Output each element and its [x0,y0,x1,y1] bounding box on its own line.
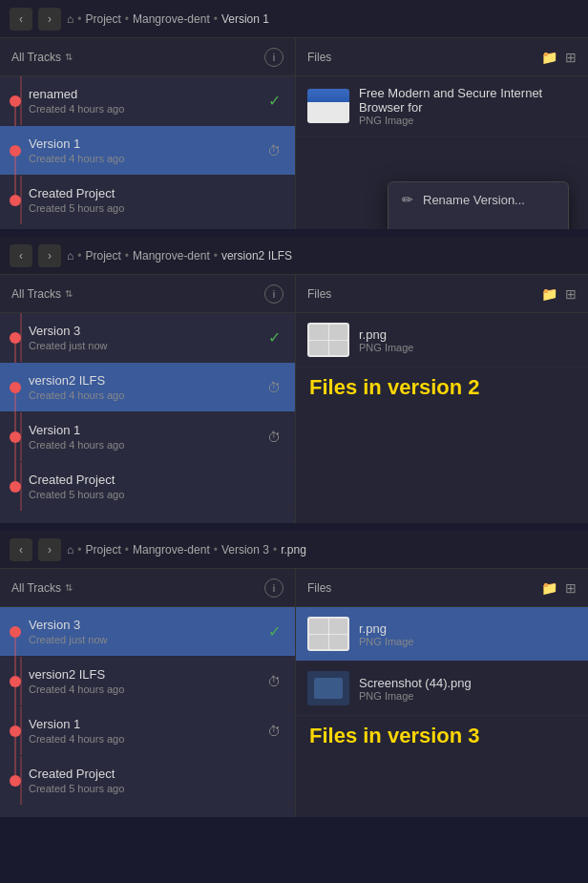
grid-icon-3[interactable]: ⊞ [565,580,577,596]
breadcrumb-current-2[interactable]: version2 ILFS [221,249,292,263]
ctx-revert[interactable]: ↩ Revert To Version... [388,217,568,229]
file-type-rpng-p2: PNG Image [359,342,413,353]
track-item-v1-p2[interactable]: Version 1 Created 4 hours ago ⏱ [0,412,295,462]
track-info-p2-3: Created Project Created 5 hours ago [29,473,285,500]
revert-icon: ↩ [402,226,413,229]
folder-icon-2[interactable]: 📁 [541,286,557,302]
home-icon-1[interactable]: ⌂ [67,12,74,26]
info-btn-2[interactable]: i [264,284,284,304]
track-item-v2ilfs-p2[interactable]: version2 ILFS Created 4 hours ago ⏱ [0,363,295,412]
overlay-label-2: Files in version 2 [296,368,588,404]
track-dot-p2-2 [10,431,21,443]
track-item-renamed[interactable]: renamed Created 4 hours ago ✓ [0,76,295,126]
track-info-1: Version 1 Created 4 hours ago [29,137,262,164]
track-date-p3-1: Created 4 hours ago [29,683,262,695]
grid-icon-2[interactable]: ⊞ [565,286,577,302]
track-date-p2-1: Created 4 hours ago [29,389,262,401]
track-info-p2-0: Version 3 Created just now [29,324,262,351]
track-dot-p2-1 [10,382,21,393]
track-history-p2-1: ⏱ [262,376,285,399]
context-menu-1: ✏ Rename Version... ↩ Revert To Version.… [388,181,569,229]
left-panel-2: All Tracks ⇅ i Version 3 Created just no… [0,275,296,523]
sep-1b: • [125,12,129,26]
tracks-label-3: All Tracks [11,581,61,595]
file-item-screenshot-p3[interactable]: Screenshot (44).png PNG Image [296,662,588,716]
track-item-v3-p2[interactable]: Version 3 Created just now ✓ [0,313,295,363]
breadcrumb-project-1[interactable]: Project [85,12,120,26]
track-item-created-project[interactable]: Created Project Created 5 hours ago [0,176,295,225]
forward-button-1[interactable]: › [38,8,61,31]
track-check-p3-0: ✓ [262,620,285,643]
track-date-p3-3: Created 5 hours ago [29,783,285,794]
folder-icon-1[interactable]: 📁 [541,50,557,65]
breadcrumb-project-3[interactable]: Project [85,543,120,557]
track-name-2: Created Project [29,186,285,200]
file-type-rpng-p3: PNG Image [359,636,413,647]
back-button-3[interactable]: ‹ [10,538,32,561]
right-panel-1: Files 📁 ⊞ Free Modern and Secure Interne… [296,38,588,229]
track-dot-1 [10,145,21,157]
track-list-1: renamed Created 4 hours ago ✓ Version 1 … [0,76,295,225]
track-history-p2-2: ⏱ [262,426,285,449]
right-header-2: Files 📁 ⊞ [296,275,588,313]
home-icon-3[interactable]: ⌂ [67,543,74,557]
files-label-2: Files [307,287,331,301]
track-item-created-p3[interactable]: Created Project Created 5 hours ago [0,756,295,806]
tracks-label-2: All Tracks [11,287,61,301]
breadcrumb-bar-2: ‹ › ⌂ • Project • Mangrove-dent • versio… [0,237,588,275]
file-type-screenshot-p3: PNG Image [359,690,472,702]
file-item-rpng-p2[interactable]: r.png PNG Image [296,313,588,368]
track-item-created-p2[interactable]: Created Project Created 5 hours ago [0,462,295,512]
ctx-rename[interactable]: ✏ Rename Version... [388,182,568,217]
sort-icon-3[interactable]: ⇅ [65,582,73,593]
breadcrumb-mangrove-2[interactable]: Mangrove-dent [133,249,210,263]
track-info-2: Created Project Created 5 hours ago [29,186,285,214]
track-item-v3-p3[interactable]: Version 3 Created just now ✓ [0,607,295,657]
sep-1a: • [77,12,81,26]
folder-icon-3[interactable]: 📁 [541,580,557,596]
tracks-title-1: All Tracks ⇅ [11,51,73,64]
back-button-1[interactable]: ‹ [10,8,32,31]
track-date-2: Created 5 hours ago [29,202,285,214]
breadcrumb-current-1[interactable]: Version 1 [221,12,269,26]
file-type-browser: PNG Image [359,115,577,126]
grid-icon-1[interactable]: ⊞ [565,50,577,65]
back-button-2[interactable]: ‹ [10,244,32,267]
breadcrumb-current-3[interactable]: r.png [281,543,306,557]
file-info-rpng-p3: r.png PNG Image [359,621,413,647]
track-name-p3-0: Version 3 [29,618,262,632]
rename-icon: ✏ [402,192,413,207]
right-panel-2: Files 📁 ⊞ r.png PNG Image Files in versi… [296,275,588,523]
track-item-v1-p3[interactable]: Version 1 Created 4 hours ago ⏱ [0,706,295,756]
info-btn-3[interactable]: i [264,578,284,598]
info-btn-1[interactable]: i [264,48,284,67]
file-thumb-rpng-p3 [307,617,349,651]
right-icons-2: 📁 ⊞ [541,286,577,302]
sep-2a: • [77,249,81,263]
breadcrumb-mangrove-1[interactable]: Mangrove-dent [133,12,210,26]
breadcrumb-mangrove-3[interactable]: Mangrove-dent [133,543,210,557]
track-item-v2ilfs-p3[interactable]: version2 ILFS Created 4 hours ago ⏱ [0,657,295,706]
breadcrumb-project-2[interactable]: Project [85,249,120,263]
sort-icon-1[interactable]: ⇅ [65,52,73,62]
right-header-1: Files 📁 ⊞ [296,38,588,76]
track-history-p3-2: ⏱ [262,720,285,743]
breadcrumb-path-2: ⌂ • Project • Mangrove-dent • version2 I… [67,249,292,263]
home-icon-2[interactable]: ⌂ [67,249,74,263]
sep-2c: • [214,249,218,263]
track-item-version1[interactable]: Version 1 Created 4 hours ago ⏱ [0,126,295,176]
sort-icon-2[interactable]: ⇅ [65,288,73,299]
forward-button-3[interactable]: › [38,538,61,561]
tracks-label-1: All Tracks [11,51,61,64]
file-item-browser[interactable]: Free Modern and Secure Internet Browser … [296,76,588,137]
split-layout-2: All Tracks ⇅ i Version 3 Created just no… [0,275,588,523]
tracks-title-3: All Tracks ⇅ [11,581,73,595]
file-item-rpng-p3[interactable]: r.png PNG Image [296,607,588,662]
forward-button-2[interactable]: › [38,244,61,267]
track-date-0: Created 4 hours ago [29,103,262,115]
track-date-p2-3: Created 5 hours ago [29,489,285,500]
track-name-p2-1: version2 ILFS [29,373,262,388]
track-name-p3-3: Created Project [29,767,285,781]
file-thumb-browser [307,89,349,123]
breadcrumb-v3-3[interactable]: Version 3 [221,543,269,557]
